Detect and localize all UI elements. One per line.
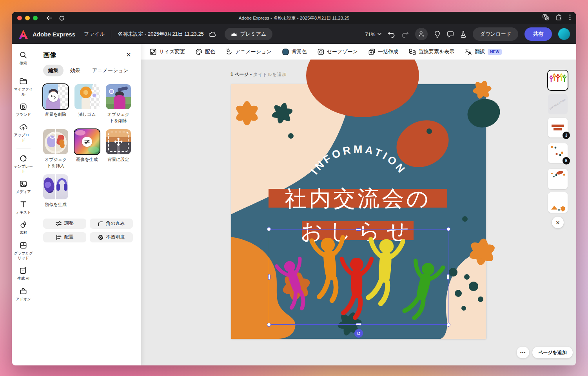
- page-thumbnail-5[interactable]: [548, 169, 568, 189]
- chevron-down-icon: [377, 33, 381, 35]
- cloud-sync-icon[interactable]: [209, 31, 216, 37]
- sidebar-item-charts-grids[interactable]: グラフとグリッド: [12, 238, 35, 264]
- show-replaceable-elements-button[interactable]: 置換要素を表示: [409, 48, 454, 55]
- poster-heading-line2[interactable]: おしらせ: [300, 219, 415, 243]
- translate-page-icon[interactable]: [543, 14, 549, 22]
- tab-animation[interactable]: アニメーション: [87, 65, 134, 76]
- adobe-express-logo-icon[interactable]: [18, 29, 29, 40]
- tool-remove-background[interactable]: 背景を削除: [43, 84, 68, 124]
- premium-button[interactable]: プレミアム: [225, 28, 273, 40]
- sidebar-item-media[interactable]: メディア: [12, 177, 35, 197]
- crown-icon: [231, 32, 237, 36]
- sidebar-item-addons[interactable]: アドオン: [12, 284, 35, 304]
- browser-menu-icon[interactable]: [569, 14, 571, 22]
- tool-generate-similar[interactable]: 類似を生成: [43, 174, 68, 208]
- sidebar-item-upload[interactable]: アップロード: [12, 120, 35, 145]
- tool-remove-object[interactable]: オブジェクトを削除: [106, 84, 131, 124]
- add-collaborator-icon[interactable]: [415, 28, 428, 40]
- page-thumbnail-6[interactable]: [548, 192, 568, 213]
- swap-elements-icon: [409, 49, 416, 55]
- safe-zone-icon: [318, 49, 324, 55]
- ideas-lightbulb-icon[interactable]: [434, 31, 441, 38]
- zoom-control[interactable]: 71%: [365, 31, 381, 37]
- page-title-placeholder[interactable]: タイトルを追加: [253, 72, 286, 77]
- page-thumbnail-2[interactable]: INFORMATION: [548, 94, 568, 114]
- page-4-count-badge: 5: [563, 157, 570, 164]
- undo-icon[interactable]: [388, 31, 395, 38]
- redo-icon[interactable]: [401, 31, 409, 38]
- panel-tabs: 編集 効果 アニメーション: [43, 65, 133, 76]
- file-menu[interactable]: ファイル: [84, 31, 105, 38]
- reload-icon[interactable]: [59, 15, 65, 21]
- design-canvas-page[interactable]: INFORMATION 社内交流会の おしらせ: [231, 84, 486, 339]
- animation-button[interactable]: アニメーション: [226, 48, 272, 55]
- resize-button[interactable]: サイズ変更: [150, 48, 185, 55]
- add-page-button[interactable]: ページを追加: [532, 347, 573, 358]
- background-color-button[interactable]: 背景色: [282, 48, 307, 55]
- color-scheme-button[interactable]: 配色: [196, 48, 215, 55]
- rail-divider: [16, 71, 31, 71]
- tool-generate-image[interactable]: 画像を生成: [74, 129, 100, 169]
- text-icon: [19, 200, 27, 208]
- comments-icon[interactable]: [447, 31, 454, 38]
- tool-set-as-background[interactable]: 背景に設定: [106, 129, 131, 169]
- adjust-button[interactable]: 調整: [43, 219, 86, 229]
- document-toolbar: サイズ変更 配色 アニメーション 背景色 セーフゾーン: [141, 44, 576, 60]
- page-thumbnail-4[interactable]: 5: [548, 143, 568, 163]
- share-button[interactable]: 共有: [524, 27, 552, 41]
- close-pages-rail-button[interactable]: ✕: [552, 217, 564, 228]
- sidebar-item-brand[interactable]: ブランド: [12, 99, 35, 120]
- opacity-button[interactable]: 不透明度: [90, 232, 133, 242]
- extensions-icon[interactable]: [556, 14, 562, 22]
- close-panel-icon[interactable]: ✕: [124, 50, 133, 60]
- page-thumbnail-3[interactable]: 3: [548, 118, 568, 137]
- elements-icon: [19, 221, 27, 229]
- sidebar-item-generative-ai[interactable]: 生成 AI: [12, 263, 35, 284]
- browser-tab-title: Adobe Express - 名称未設定 - 2025年8月21日 11.23…: [239, 15, 349, 21]
- back-icon[interactable]: [46, 15, 53, 21]
- browser-chrome: Adobe Express - 名称未設定 - 2025年8月21日 11.23…: [12, 12, 576, 24]
- sidebar-item-search[interactable]: 検索: [12, 48, 35, 68]
- align-button[interactable]: 配置: [43, 232, 86, 242]
- tool-eraser[interactable]: 消しゴム: [74, 84, 100, 124]
- more-options-button[interactable]: •••: [517, 347, 529, 358]
- media-icon: [19, 180, 27, 188]
- brand-icon: [19, 103, 27, 111]
- sidebar-item-elements[interactable]: 素材: [12, 217, 35, 238]
- document-title[interactable]: 名称未設定 - 2025年8月21日 11.23.25: [118, 31, 203, 38]
- bulk-create-button[interactable]: 一括作成: [368, 48, 398, 55]
- user-avatar[interactable]: [558, 28, 570, 40]
- tab-edit[interactable]: 編集: [43, 65, 64, 76]
- corner-radius-button[interactable]: 角の丸み: [90, 219, 133, 229]
- minimize-window-button[interactable]: [25, 16, 30, 20]
- sidebar-item-templates[interactable]: テンプレート: [12, 151, 35, 177]
- page-thumbnail-1[interactable]: [548, 70, 568, 90]
- zoom-window-button[interactable]: [33, 16, 38, 20]
- page-3-count-badge: 3: [563, 132, 570, 139]
- generative-ai-icon: [19, 266, 27, 275]
- tool-insert-object[interactable]: オブジェクトを挿入: [43, 129, 68, 169]
- translate-button[interactable]: 翻訳 NEW: [465, 48, 501, 55]
- undo-overlay-icon: [51, 94, 56, 99]
- download-button[interactable]: ダウンロード: [473, 27, 518, 41]
- close-window-button[interactable]: [17, 16, 22, 20]
- corner-radius-icon: [98, 221, 103, 226]
- resize-icon: [150, 49, 156, 55]
- grid-icon: [19, 241, 27, 249]
- tab-effects[interactable]: 効果: [65, 65, 85, 76]
- app-name: Adobe Express: [33, 31, 75, 38]
- addons-icon: [19, 287, 27, 295]
- sidebar-item-my-files[interactable]: マイファイル: [12, 74, 35, 99]
- bulk-create-icon: [368, 49, 375, 55]
- background-color-swatch: [282, 49, 289, 55]
- sidebar-item-text[interactable]: テキスト: [12, 197, 35, 217]
- safe-zone-button[interactable]: セーフゾーン: [318, 48, 358, 55]
- beta-flask-icon[interactable]: [460, 31, 466, 38]
- page-label[interactable]: 1 ページ - タイトルを追加: [230, 71, 287, 78]
- move-arrows-icon: [114, 137, 123, 146]
- align-icon: [56, 235, 62, 240]
- poster-heading-line1[interactable]: 社内交流会の: [285, 186, 431, 211]
- upload-icon: [19, 123, 27, 131]
- panel-title: 画像: [43, 51, 56, 60]
- translate-icon: [465, 49, 472, 55]
